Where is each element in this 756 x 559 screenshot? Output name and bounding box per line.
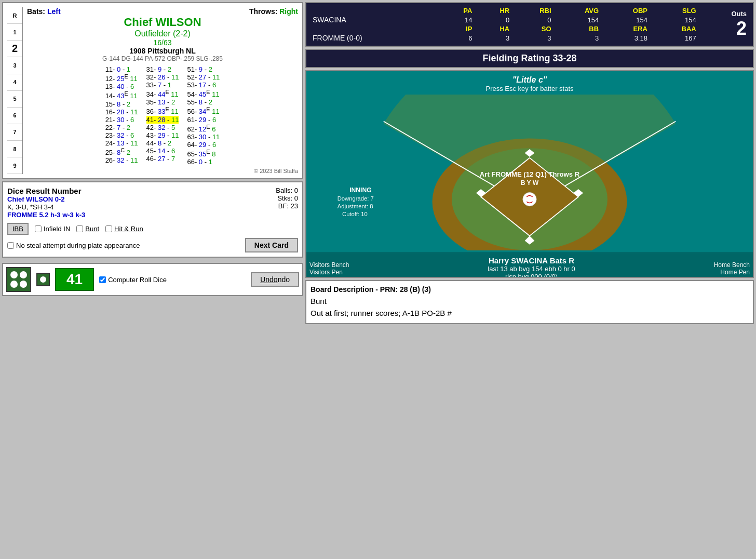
batter-obp: 154: [602, 15, 651, 24]
row-6: 6: [7, 108, 22, 124]
next-card-button[interactable]: Next Card: [245, 238, 298, 252]
infield-in-checkbox[interactable]: Infield IN: [35, 225, 70, 233]
dice-row: 66- 0 - 1: [187, 158, 220, 166]
dice-result-line2: K, 3-U, *SH 3-4: [7, 203, 85, 211]
dice-row: 13- 40 - 6: [105, 83, 138, 90]
baseball-field-svg: Art FROMME (12 Q1) Throws R B Y W INNING…: [306, 95, 753, 250]
dice-row: 55- 8 - 2: [187, 98, 220, 106]
svg-text:Cutoff: 10: Cutoff: 10: [342, 211, 368, 217]
pitcher-ip: 6: [440, 33, 475, 43]
left-panel: R 1 2 3 4 5 6 7 8 9 Bats:: [2, 2, 303, 557]
stat-header-hr: HR: [475, 6, 512, 15]
left-dice: [6, 267, 31, 292]
die-pip: [10, 281, 18, 288]
infield-in-input[interactable]: [35, 225, 42, 232]
stat-header-era: ERA: [602, 24, 651, 33]
dice-row: 43- 29 - 11: [146, 131, 179, 139]
dice-row: 35- 13 - 2: [146, 98, 179, 106]
pitcher-ha: 3: [475, 33, 512, 43]
dice-row: 54- 45E 11: [187, 89, 220, 98]
stat-header-obp: OBP: [602, 6, 651, 15]
dice-number-display: 41: [55, 268, 94, 291]
dice-row: 25- 8C 2: [105, 147, 138, 156]
bf-label: BF: 23: [276, 202, 298, 210]
batter-info-center: Harry SWACINA Bats R last 13 ab bvg 154 …: [349, 256, 713, 278]
undo-label: Undo: [260, 275, 277, 284]
center-die: [36, 273, 50, 286]
dice-result-player: Chief WILSON 0-2: [7, 195, 85, 203]
dice-row: 36- 33E 11: [146, 106, 179, 115]
dice-row: 44- 8 - 2: [146, 139, 179, 147]
bats-label: Bats: Left: [27, 7, 61, 16]
no-steal-checkbox[interactable]: No steal attempt during plate appearance: [7, 242, 140, 249]
dice-row: 53- 17 - 6: [187, 81, 220, 89]
dice-row: 46- 27 - 7: [146, 155, 179, 163]
hit-run-input[interactable]: [105, 225, 112, 232]
no-steal-input[interactable]: [7, 242, 14, 249]
dice-result-area: Dice Result Number Chief WILSON 0-2 K, 3…: [2, 181, 303, 258]
bunt-input[interactable]: [76, 225, 83, 232]
outs-cell: Outs 2: [699, 6, 750, 43]
batter-display-risp: risp bvg 000 (0/0): [349, 273, 713, 278]
row-5: 5: [7, 91, 22, 108]
dice-row: 34- 44E 11: [146, 89, 179, 98]
outs-value: 2: [703, 18, 747, 39]
svg-point-9: [523, 192, 536, 206]
field-quote-label: "Little c": [306, 71, 753, 85]
field-esc-label: Press Esc key for batter stats: [306, 85, 753, 92]
dice-row: 56- 34E 11: [187, 106, 220, 115]
dice-row: 62- 12E 6: [187, 124, 220, 133]
dice-col-2: 31- 9 - 2 32- 26 - 11 33- 7 - 1 34- 44E …: [146, 65, 179, 166]
board-description-title: Board Description - PRN: 28 (B) (3): [310, 285, 749, 294]
computer-roll-label: Computer Roll Dice: [108, 276, 167, 284]
row-7: 7: [7, 124, 22, 141]
pitcher-name-cell: FROMME (0-0): [309, 33, 440, 43]
row-2: 2: [7, 41, 22, 57]
dice-row: 15- 8 - 2: [105, 100, 138, 108]
player-name: Chief WILSON: [27, 16, 298, 29]
computer-roll-checkbox[interactable]: Computer Roll Dice: [99, 276, 167, 284]
die-pip: [10, 271, 18, 278]
dice-row: 52- 27 - 11: [187, 73, 220, 81]
stat-header-ha: HA: [475, 24, 512, 33]
dice-row: 63- 30 - 11: [187, 133, 220, 141]
dice-row: 26- 32 - 11: [105, 156, 138, 164]
batter-hr: 0: [475, 15, 512, 24]
batter-display-stats: last 13 ab bvg 154 ebh 0 hr 0: [349, 265, 713, 273]
undo-text: ndo: [278, 275, 290, 284]
hit-run-label: Hit & Run: [114, 225, 143, 233]
batter-display-name: Harry SWACINA Bats R: [349, 256, 713, 265]
hit-run-checkbox[interactable]: Hit & Run: [105, 225, 143, 233]
dice-row: 23- 32 - 6: [105, 131, 138, 139]
undo-button[interactable]: Undondo: [251, 272, 299, 287]
bunt-checkbox[interactable]: Bunt: [76, 225, 99, 233]
batter-slg: 154: [651, 15, 699, 24]
copyright: © 2023 Bill Staffa: [27, 168, 298, 174]
row-8: 8: [7, 141, 22, 157]
right-panel: PA HR RBI AVG OBP SLG Outs 2 SWACINA 14: [305, 2, 754, 557]
ibb-button[interactable]: IBB: [7, 223, 29, 235]
dice-row-highlighted: 41- 28 - 11: [146, 116, 179, 124]
dice-row: 24- 13 - 11: [105, 139, 138, 147]
svg-text:Adjustment: 8: Adjustment: 8: [338, 203, 373, 209]
die-dot: [40, 276, 46, 283]
stat-header-so: SO: [512, 24, 554, 33]
dice-result-title: Dice Result Number: [7, 187, 85, 195]
row-r: R: [7, 7, 22, 24]
row-3: 3: [7, 57, 22, 74]
row-9: 9: [7, 157, 22, 174]
stks-label: Stks: 0: [276, 194, 298, 202]
stat-header-pa: PA: [440, 6, 475, 15]
dice-row: 51- 9 - 2: [187, 65, 220, 73]
stat-header-bb: BB: [555, 24, 602, 33]
computer-roll-input[interactable]: [99, 276, 106, 283]
stat-header-avg: AVG: [555, 6, 602, 15]
svg-text:Art FROMME (12 Q1)  Throws R: Art FROMME (12 Q1) Throws R: [480, 170, 580, 178]
dice-row: 33- 7 - 1: [146, 81, 179, 89]
dice-row: 64- 29 - 6: [187, 141, 220, 149]
home-bench: Home Bench Home Pen: [714, 261, 750, 276]
card-area: R 1 2 3 4 5 6 7 8 9 Bats:: [2, 2, 303, 179]
row-4: 4: [7, 74, 22, 91]
die-pip: [20, 271, 27, 278]
infield-in-label: Infield IN: [44, 225, 70, 233]
